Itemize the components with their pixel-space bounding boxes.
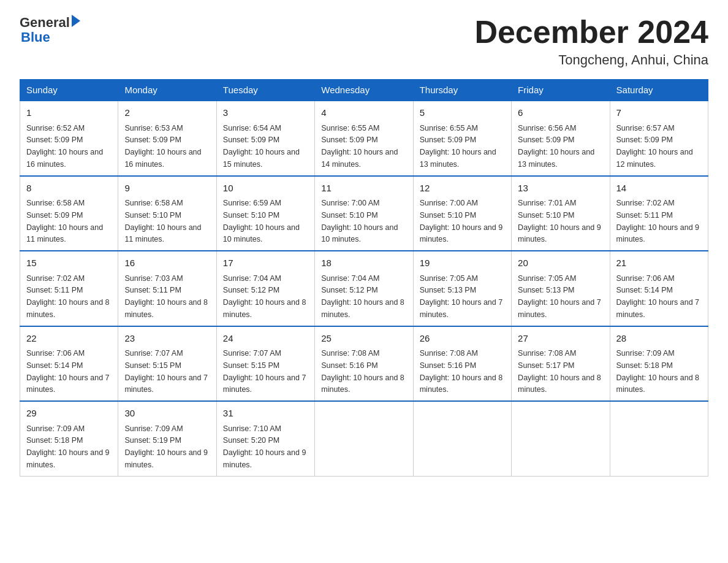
- day-info: Sunrise: 7:07 AMSunset: 5:15 PMDaylight:…: [124, 349, 208, 394]
- day-number: 3: [223, 106, 308, 120]
- title-block: December 2024 Tongcheng, Anhui, China: [474, 15, 708, 68]
- table-row: 16 Sunrise: 7:03 AMSunset: 5:11 PMDaylig…: [118, 251, 216, 326]
- calendar-week-4: 22 Sunrise: 7:06 AMSunset: 5:14 PMDaylig…: [20, 326, 708, 402]
- month-title: December 2024: [474, 15, 708, 50]
- table-row: 4 Sunrise: 6:55 AMSunset: 5:09 PMDayligh…: [315, 101, 413, 176]
- table-row: 19 Sunrise: 7:05 AMSunset: 5:13 PMDaylig…: [413, 251, 511, 326]
- calendar-week-3: 15 Sunrise: 7:02 AMSunset: 5:11 PMDaylig…: [20, 251, 708, 326]
- table-row: 7 Sunrise: 6:57 AMSunset: 5:09 PMDayligh…: [610, 101, 708, 176]
- table-row: [512, 401, 610, 476]
- table-row: 14 Sunrise: 7:02 AMSunset: 5:11 PMDaylig…: [610, 176, 708, 251]
- table-row: 25 Sunrise: 7:08 AMSunset: 5:16 PMDaylig…: [315, 326, 413, 402]
- day-number: 2: [124, 106, 210, 120]
- table-row: 22 Sunrise: 7:06 AMSunset: 5:14 PMDaylig…: [20, 326, 118, 402]
- col-tuesday: Tuesday: [216, 80, 314, 101]
- table-row: 1 Sunrise: 6:52 AMSunset: 5:09 PMDayligh…: [20, 101, 118, 176]
- day-info: Sunrise: 7:09 AMSunset: 5:18 PMDaylight:…: [616, 349, 700, 394]
- table-row: 2 Sunrise: 6:53 AMSunset: 5:09 PMDayligh…: [118, 101, 216, 176]
- table-row: 8 Sunrise: 6:58 AMSunset: 5:09 PMDayligh…: [20, 176, 118, 251]
- logo-arrow-icon: [72, 15, 80, 27]
- day-number: 14: [616, 182, 702, 196]
- table-row: 28 Sunrise: 7:09 AMSunset: 5:18 PMDaylig…: [610, 326, 708, 402]
- day-number: 6: [518, 106, 603, 120]
- day-info: Sunrise: 6:55 AMSunset: 5:09 PMDaylight:…: [420, 124, 496, 169]
- logo: General Blue: [20, 15, 80, 44]
- calendar-week-5: 29 Sunrise: 7:09 AMSunset: 5:18 PMDaylig…: [20, 401, 708, 476]
- calendar-week-2: 8 Sunrise: 6:58 AMSunset: 5:09 PMDayligh…: [20, 176, 708, 251]
- day-number: 17: [223, 256, 308, 270]
- day-number: 23: [124, 332, 210, 346]
- day-number: 29: [26, 407, 112, 421]
- day-info: Sunrise: 7:01 AMSunset: 5:10 PMDaylight:…: [518, 199, 601, 243]
- day-number: 22: [26, 332, 112, 346]
- calendar-header-row: Sunday Monday Tuesday Wednesday Thursday…: [20, 80, 708, 101]
- table-row: 12 Sunrise: 7:00 AMSunset: 5:10 PMDaylig…: [413, 176, 511, 251]
- col-friday: Friday: [512, 80, 610, 101]
- day-info: Sunrise: 7:06 AMSunset: 5:14 PMDaylight:…: [26, 349, 110, 394]
- table-row: 5 Sunrise: 6:55 AMSunset: 5:09 PMDayligh…: [413, 101, 511, 176]
- day-number: 1: [26, 106, 112, 120]
- day-number: 16: [124, 256, 210, 270]
- calendar-table: Sunday Monday Tuesday Wednesday Thursday…: [20, 79, 708, 477]
- day-info: Sunrise: 7:00 AMSunset: 5:10 PMDaylight:…: [321, 199, 398, 243]
- day-number: 20: [518, 256, 603, 270]
- day-info: Sunrise: 6:56 AMSunset: 5:09 PMDaylight:…: [518, 124, 594, 169]
- day-number: 13: [518, 182, 603, 196]
- day-number: 30: [124, 407, 210, 421]
- day-number: 24: [223, 332, 308, 346]
- day-info: Sunrise: 7:09 AMSunset: 5:19 PMDaylight:…: [124, 424, 208, 469]
- table-row: 27 Sunrise: 7:08 AMSunset: 5:17 PMDaylig…: [512, 326, 610, 402]
- day-number: 21: [616, 256, 702, 270]
- calendar-week-1: 1 Sunrise: 6:52 AMSunset: 5:09 PMDayligh…: [20, 101, 708, 176]
- logo-general-text: General: [20, 15, 70, 31]
- logo-blue-text: Blue: [21, 31, 80, 44]
- day-number: 15: [26, 256, 112, 270]
- day-info: Sunrise: 7:08 AMSunset: 5:16 PMDaylight:…: [321, 349, 404, 394]
- day-number: 11: [321, 182, 406, 196]
- day-info: Sunrise: 7:08 AMSunset: 5:16 PMDaylight:…: [420, 349, 503, 394]
- day-info: Sunrise: 7:04 AMSunset: 5:12 PMDaylight:…: [223, 274, 306, 319]
- table-row: 9 Sunrise: 6:58 AMSunset: 5:10 PMDayligh…: [118, 176, 216, 251]
- day-number: 19: [420, 256, 505, 270]
- day-number: 28: [616, 332, 702, 346]
- day-number: 9: [124, 182, 210, 196]
- day-info: Sunrise: 6:58 AMSunset: 5:09 PMDaylight:…: [26, 199, 103, 243]
- table-row: 17 Sunrise: 7:04 AMSunset: 5:12 PMDaylig…: [216, 251, 314, 326]
- day-info: Sunrise: 7:03 AMSunset: 5:11 PMDaylight:…: [124, 274, 208, 319]
- day-number: 27: [518, 332, 603, 346]
- table-row: [413, 401, 511, 476]
- table-row: [315, 401, 413, 476]
- table-row: 13 Sunrise: 7:01 AMSunset: 5:10 PMDaylig…: [512, 176, 610, 251]
- table-row: 10 Sunrise: 6:59 AMSunset: 5:10 PMDaylig…: [216, 176, 314, 251]
- day-info: Sunrise: 6:52 AMSunset: 5:09 PMDaylight:…: [26, 124, 103, 169]
- location-title: Tongcheng, Anhui, China: [474, 52, 708, 68]
- day-info: Sunrise: 6:58 AMSunset: 5:10 PMDaylight:…: [124, 199, 201, 243]
- day-info: Sunrise: 7:04 AMSunset: 5:12 PMDaylight:…: [321, 274, 404, 319]
- col-saturday: Saturday: [610, 80, 708, 101]
- day-info: Sunrise: 6:54 AMSunset: 5:09 PMDaylight:…: [223, 124, 300, 169]
- col-sunday: Sunday: [20, 80, 118, 101]
- day-info: Sunrise: 7:10 AMSunset: 5:20 PMDaylight:…: [223, 424, 306, 469]
- day-number: 5: [420, 106, 505, 120]
- day-info: Sunrise: 6:53 AMSunset: 5:09 PMDaylight:…: [124, 124, 201, 169]
- day-number: 31: [223, 407, 308, 421]
- day-number: 26: [420, 332, 505, 346]
- table-row: 21 Sunrise: 7:06 AMSunset: 5:14 PMDaylig…: [610, 251, 708, 326]
- col-monday: Monday: [118, 80, 216, 101]
- day-info: Sunrise: 7:05 AMSunset: 5:13 PMDaylight:…: [420, 274, 503, 319]
- day-info: Sunrise: 7:07 AMSunset: 5:15 PMDaylight:…: [223, 349, 306, 394]
- table-row: 6 Sunrise: 6:56 AMSunset: 5:09 PMDayligh…: [512, 101, 610, 176]
- day-number: 10: [223, 182, 308, 196]
- day-info: Sunrise: 7:02 AMSunset: 5:11 PMDaylight:…: [26, 274, 110, 319]
- page-header: General Blue December 2024 Tongcheng, An…: [20, 15, 708, 68]
- table-row: [610, 401, 708, 476]
- table-row: 11 Sunrise: 7:00 AMSunset: 5:10 PMDaylig…: [315, 176, 413, 251]
- day-number: 25: [321, 332, 406, 346]
- day-info: Sunrise: 7:00 AMSunset: 5:10 PMDaylight:…: [420, 199, 503, 243]
- day-info: Sunrise: 7:02 AMSunset: 5:11 PMDaylight:…: [616, 199, 700, 243]
- day-number: 7: [616, 106, 702, 120]
- table-row: 20 Sunrise: 7:05 AMSunset: 5:13 PMDaylig…: [512, 251, 610, 326]
- day-info: Sunrise: 6:55 AMSunset: 5:09 PMDaylight:…: [321, 124, 398, 169]
- table-row: 3 Sunrise: 6:54 AMSunset: 5:09 PMDayligh…: [216, 101, 314, 176]
- day-info: Sunrise: 7:08 AMSunset: 5:17 PMDaylight:…: [518, 349, 601, 394]
